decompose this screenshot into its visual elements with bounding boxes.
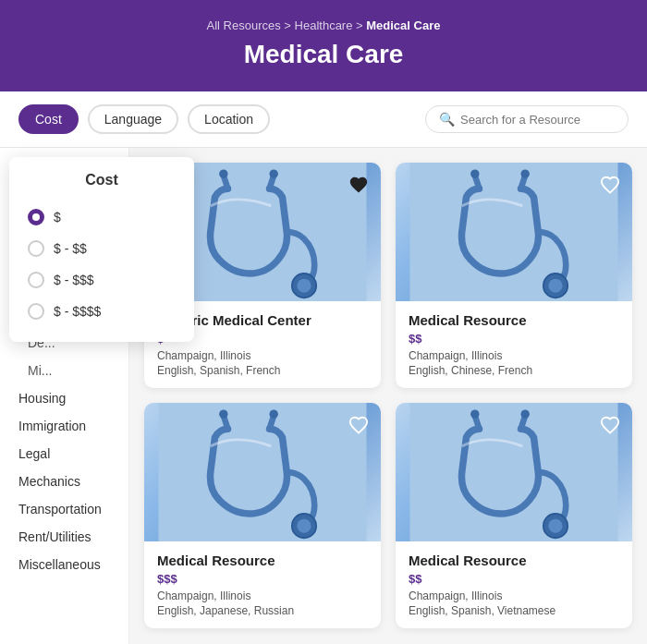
radio-2[interactable] bbox=[28, 272, 44, 288]
svg-point-23 bbox=[298, 519, 311, 533]
sidebar-item-7[interactable]: Mi... bbox=[0, 357, 128, 384]
sidebar-item-8[interactable]: Housing bbox=[0, 384, 128, 412]
sidebar-item-14[interactable]: Miscellaneous bbox=[0, 551, 128, 578]
cost-option-0[interactable]: $ bbox=[24, 201, 179, 233]
card-languages-2: English, Japanese, Russian bbox=[157, 604, 368, 617]
card-image-3 bbox=[396, 403, 632, 541]
card-cost-2: $$$ bbox=[157, 572, 368, 586]
search-input[interactable] bbox=[460, 113, 615, 127]
resource-card-1: Medical Resource$$Champaign, IllinoisEng… bbox=[396, 163, 632, 388]
svg-rect-24 bbox=[410, 403, 618, 541]
sidebar-item-12[interactable]: Transportation bbox=[0, 495, 128, 523]
svg-point-5 bbox=[270, 170, 278, 178]
cost-option-label-0: $ bbox=[54, 210, 61, 225]
sidebar-item-9[interactable]: Immigration bbox=[0, 412, 128, 440]
svg-rect-16 bbox=[159, 403, 367, 541]
cost-option-label-2: $ - $$$ bbox=[54, 273, 94, 287]
cost-options: $$ - $$$ - $$$$ - $$$$ bbox=[24, 201, 179, 327]
cost-dropdown: Cost $$ - $$$ - $$$$ - $$$$ bbox=[9, 157, 194, 342]
cost-option-label-3: $ - $$$$ bbox=[54, 304, 101, 319]
card-location-2: Champaign, Illinois bbox=[157, 589, 368, 602]
favorite-button-2[interactable] bbox=[346, 412, 372, 438]
svg-rect-8 bbox=[410, 163, 618, 301]
resource-card-2: Medical Resource$$$Champaign, IllinoisEn… bbox=[144, 403, 381, 628]
card-cost-1: $$ bbox=[409, 332, 619, 346]
main-content: Addi...Dom...Educ...Finan...Food...Healt… bbox=[0, 148, 647, 644]
resource-card-3: Medical Resource$$Champaign, IllinoisEng… bbox=[396, 403, 632, 628]
sidebar-item-11[interactable]: Mechanics bbox=[0, 468, 128, 495]
card-languages-0: English, Spanish, French bbox=[157, 364, 368, 377]
location-filter-button[interactable]: Location bbox=[188, 104, 270, 134]
breadcrumb: All Resources > Healthcare > Medical Car… bbox=[0, 18, 647, 32]
svg-point-29 bbox=[521, 410, 530, 419]
svg-point-21 bbox=[270, 410, 278, 419]
search-icon: 🔍 bbox=[439, 112, 455, 127]
cost-option-label-1: $ - $$ bbox=[54, 241, 87, 256]
search-wrapper: 🔍 bbox=[425, 105, 629, 133]
card-languages-3: English, Spanish, Vietnamese bbox=[409, 604, 619, 617]
svg-point-13 bbox=[521, 170, 530, 178]
filter-bar: Cost Language Location 🔍 bbox=[0, 91, 647, 148]
cost-option-1[interactable]: $ - $$ bbox=[24, 233, 179, 264]
cost-dropdown-title: Cost bbox=[24, 172, 179, 188]
radio-1[interactable] bbox=[28, 240, 44, 257]
card-image-2 bbox=[144, 403, 381, 541]
sidebar-item-10[interactable]: Legal bbox=[0, 440, 128, 468]
favorite-button-0[interactable] bbox=[346, 172, 372, 198]
svg-point-4 bbox=[219, 170, 227, 178]
card-location-1: Champaign, Illinois bbox=[409, 349, 619, 362]
cost-option-2[interactable]: $ - $$$ bbox=[24, 264, 179, 296]
card-languages-1: English, Chinese, French bbox=[409, 364, 619, 377]
resource-grid: Generic Medical Center$Champaign, Illino… bbox=[129, 148, 647, 644]
card-body-3: Medical Resource$$Champaign, IllinoisEng… bbox=[396, 541, 632, 628]
card-cost-3: $$ bbox=[409, 572, 619, 586]
svg-point-20 bbox=[219, 410, 227, 419]
radio-0[interactable] bbox=[28, 209, 44, 225]
sidebar-item-13[interactable]: Rent/Utilities bbox=[0, 523, 128, 551]
favorite-button-1[interactable] bbox=[597, 172, 623, 198]
card-location-3: Champaign, Illinois bbox=[409, 589, 619, 602]
card-name-2: Medical Resource bbox=[157, 553, 368, 568]
svg-point-7 bbox=[298, 279, 311, 293]
card-body-2: Medical Resource$$$Champaign, IllinoisEn… bbox=[144, 541, 381, 628]
cost-filter-button[interactable]: Cost bbox=[18, 104, 79, 134]
card-name-1: Medical Resource bbox=[409, 312, 619, 328]
radio-3[interactable] bbox=[28, 303, 44, 320]
card-image-1 bbox=[396, 163, 632, 301]
svg-point-12 bbox=[470, 170, 479, 178]
card-location-0: Champaign, Illinois bbox=[157, 349, 368, 362]
page-header: All Resources > Healthcare > Medical Car… bbox=[0, 0, 647, 91]
svg-point-31 bbox=[549, 519, 563, 533]
svg-point-28 bbox=[470, 410, 479, 419]
card-body-1: Medical Resource$$Champaign, IllinoisEng… bbox=[396, 301, 632, 388]
language-filter-button[interactable]: Language bbox=[88, 104, 178, 134]
cost-option-3[interactable]: $ - $$$$ bbox=[24, 296, 179, 327]
favorite-button-3[interactable] bbox=[597, 412, 623, 438]
card-name-3: Medical Resource bbox=[409, 553, 619, 568]
page-title: Medical Care bbox=[0, 40, 647, 69]
svg-point-15 bbox=[549, 279, 563, 293]
